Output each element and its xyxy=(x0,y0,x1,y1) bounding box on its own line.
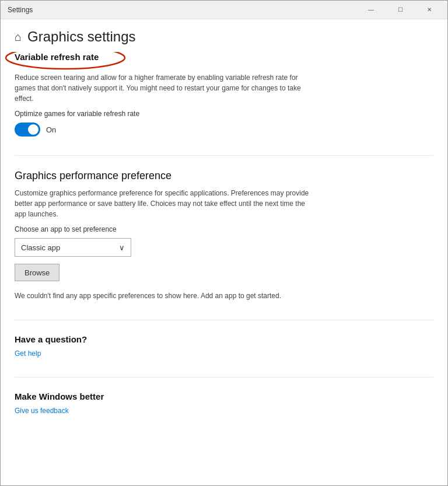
title-bar-left: Settings xyxy=(8,6,33,14)
toggle-thumb xyxy=(28,124,38,135)
toggle-row: On xyxy=(15,123,433,137)
page-header: ⌂ Graphics settings xyxy=(1,19,447,52)
help-section-title: Have a question? xyxy=(15,334,433,344)
title-bar-controls: — ☐ ✕ xyxy=(358,1,443,19)
vrr-section: Variable refresh rate Reduce screen tear… xyxy=(15,52,433,137)
section-divider-3 xyxy=(15,377,433,377)
minimize-button[interactable]: — xyxy=(358,1,384,19)
empty-state-text: We couldn't find any app specific prefer… xyxy=(15,291,318,301)
vrr-section-title: Variable refresh rate xyxy=(15,52,99,62)
graphics-section: Graphics performance preference Customiz… xyxy=(15,170,433,301)
browse-button[interactable]: Browse xyxy=(15,264,60,281)
graphics-description: Customize graphics performance preferenc… xyxy=(15,188,318,219)
get-help-link[interactable]: Get help xyxy=(15,349,41,358)
help-section: Have a question? Get help xyxy=(15,334,433,358)
window-title: Settings xyxy=(8,6,33,14)
give-feedback-link[interactable]: Give us feedback xyxy=(15,407,69,415)
optimize-label: Optimize games for variable refresh rate xyxy=(15,110,433,118)
feedback-section: Make Windows better Give us feedback xyxy=(15,391,433,415)
choose-label: Choose an app to set preference xyxy=(15,225,433,233)
home-icon: ⌂ xyxy=(15,30,22,44)
vrr-description: Reduce screen tearing and allow for a hi… xyxy=(15,72,318,104)
app-type-dropdown[interactable]: Classic app ∨ xyxy=(15,238,131,257)
graphics-section-title: Graphics performance preference xyxy=(15,170,433,182)
dropdown-chevron-icon: ∨ xyxy=(119,243,125,252)
toggle-label: On xyxy=(46,125,56,134)
vrr-toggle[interactable] xyxy=(15,123,40,137)
feedback-section-title: Make Windows better xyxy=(15,391,433,401)
title-bar: Settings — ☐ ✕ xyxy=(1,1,447,19)
page-title: Graphics settings xyxy=(27,29,135,45)
section-divider-1 xyxy=(15,155,433,156)
section-divider-2 xyxy=(15,320,433,320)
maximize-button[interactable]: ☐ xyxy=(387,1,414,19)
dropdown-value: Classic app xyxy=(21,243,60,252)
main-content: Variable refresh rate Reduce screen tear… xyxy=(1,52,447,485)
close-button[interactable]: ✕ xyxy=(416,1,443,19)
settings-window: Settings — ☐ ✕ ⌂ Graphics settings Varia… xyxy=(0,0,448,486)
content-area: ⌂ Graphics settings Variable refresh rat… xyxy=(1,19,447,485)
